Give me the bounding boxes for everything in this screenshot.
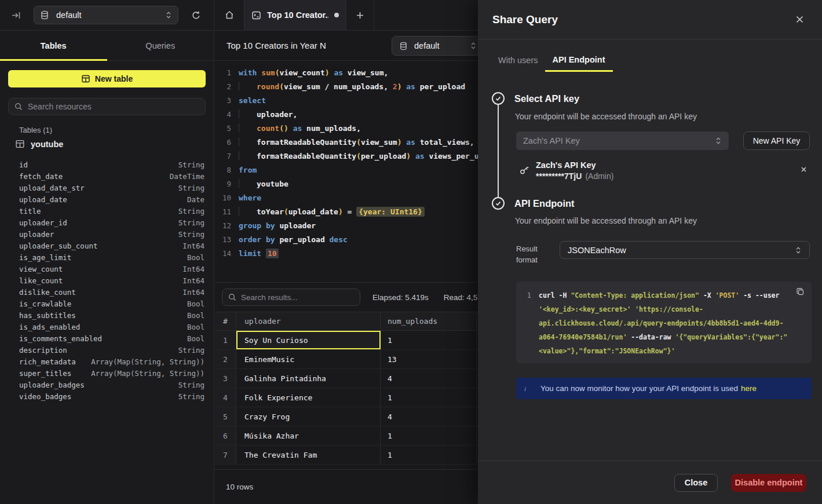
column-row: like_countInt64 xyxy=(0,275,214,286)
query-tab-label: Top 10 Creator... xyxy=(267,10,328,20)
monitor-info-banner: i You can now monitor how your your API … xyxy=(516,378,812,399)
collapse-sidebar-icon[interactable] xyxy=(8,8,23,23)
result-format-value: JSONEachRow xyxy=(568,246,795,255)
disable-endpoint-button[interactable]: Disable endpoint xyxy=(731,474,806,492)
column-list: idStringfetch_dateDateTimeupload_date_st… xyxy=(0,159,214,402)
column-row: idString xyxy=(0,159,214,170)
sidebar-database-value: default xyxy=(56,10,165,20)
column-row: dislike_countInt64 xyxy=(0,286,214,298)
column-row: has_subtitlesBool xyxy=(0,309,214,321)
editor-database-select[interactable]: default xyxy=(392,36,484,56)
column-row: rich_metadataArray(Map(String, String)) xyxy=(0,356,214,367)
query-tab[interactable]: Top 10 Creator... xyxy=(244,0,346,30)
column-row: titleString xyxy=(0,205,214,217)
column-row: super_titlesArray(Map(String, String)) xyxy=(0,367,214,379)
home-icon[interactable] xyxy=(215,0,244,30)
new-table-label: New table xyxy=(95,74,133,83)
modal-footer: Close Disable endpoint xyxy=(478,461,822,504)
column-row: uploader_badgesString xyxy=(0,379,214,390)
uploader-cell[interactable]: Crazy Frog xyxy=(236,407,381,426)
results-search-input[interactable] xyxy=(241,293,354,302)
uploader-cell[interactable]: Músika Azhar xyxy=(236,426,381,445)
api-key-meta: Zach's API Key *********7TjU(Admin) xyxy=(536,160,613,181)
col-header-index[interactable]: # xyxy=(215,312,236,330)
row-count: 10 rows xyxy=(226,483,253,491)
curl-line: 1curl -H "Content-Type: application/json… xyxy=(523,288,803,302)
unsaved-dot-icon xyxy=(334,13,339,17)
info-icon: i xyxy=(524,385,532,392)
column-row: is_crawlableBool xyxy=(0,298,214,309)
api-key-select-value: Zach's API Key xyxy=(523,136,715,145)
refresh-icon[interactable] xyxy=(188,7,204,23)
curl-line: a064-76940e7584b1/run' --data-raw '{"que… xyxy=(523,330,803,344)
sidebar-item-youtube[interactable]: youtube xyxy=(15,139,63,149)
column-row: is_comments_enabledBool xyxy=(0,333,214,344)
step1-check-icon xyxy=(492,92,505,105)
api-key-item: Zach's API Key *********7TjU(Admin) xyxy=(519,160,807,181)
sidebar-search-input[interactable] xyxy=(28,102,199,111)
query-stats: Elapsed: 5.419s Read: 4,5 xyxy=(372,293,477,302)
col-header-num-uploads[interactable]: num_uploads xyxy=(381,312,477,330)
uploader-cell[interactable]: EminemMusic xyxy=(236,350,381,368)
uploader-cell[interactable]: Galinha Pintadinha xyxy=(236,369,381,388)
results-search[interactable] xyxy=(222,288,360,306)
curl-lines: 1curl -H "Content-Type: application/json… xyxy=(523,288,803,358)
new-tab-button[interactable] xyxy=(346,0,374,30)
database-icon xyxy=(40,10,49,20)
tab-with-users[interactable]: With users xyxy=(497,56,539,72)
step2-heading: API Endpoint xyxy=(514,198,575,209)
editor-database-value: default xyxy=(414,41,470,50)
terminal-icon xyxy=(251,10,261,20)
close-icon[interactable] xyxy=(791,12,808,28)
modal-tabs: With users API Endpoint xyxy=(478,51,822,72)
column-row: uploader_sub_countInt64 xyxy=(0,240,214,251)
step1-subtitle: Your endpoint will be accessed through a… xyxy=(515,112,697,121)
column-row: is_ads_enabledBool xyxy=(0,321,214,333)
step2-subtitle: Your endpoint will be accessed through a… xyxy=(515,216,697,225)
chevron-updown-icon xyxy=(470,42,477,50)
key-icon xyxy=(519,165,530,176)
chevron-updown-icon xyxy=(165,11,172,19)
column-row: descriptionString xyxy=(0,344,214,356)
table-icon xyxy=(81,74,90,83)
banner-link[interactable]: here xyxy=(741,384,757,393)
column-row: view_countInt64 xyxy=(0,263,214,275)
curl-line: '<key_id>:<key_secret>' 'https://console… xyxy=(523,302,803,316)
tab-tables[interactable]: Tables xyxy=(0,31,107,60)
col-header-uploader[interactable]: uploader xyxy=(236,312,381,330)
curl-line: <value>"},"format":"JSONEachRow"}' xyxy=(523,344,803,358)
elapsed-stat: Elapsed: 5.419s xyxy=(372,293,429,302)
close-button[interactable]: Close xyxy=(674,474,718,492)
remove-key-icon[interactable] xyxy=(801,166,807,173)
column-row: uploader_idString xyxy=(0,217,214,228)
tab-queries[interactable]: Queries xyxy=(107,31,214,60)
new-api-key-button[interactable]: New API Key xyxy=(743,132,810,150)
sidebar-tabs: Tables Queries xyxy=(0,31,214,61)
copy-icon[interactable] xyxy=(796,287,805,296)
result-format-select[interactable]: JSONEachRow xyxy=(560,241,810,259)
curl-line: api.clickhouse.cloud/.api/query-endpoint… xyxy=(523,316,803,330)
curl-snippet: 1curl -H "Content-Type: application/json… xyxy=(516,282,812,363)
chevron-updown-icon xyxy=(795,246,802,254)
share-query-modal: Share Query With users API Endpoint Sele… xyxy=(478,0,822,504)
column-row: video_badgesString xyxy=(0,390,214,402)
modal-header: Share Query xyxy=(478,0,822,39)
api-key-name: Zach's API Key xyxy=(536,160,613,170)
sidebar-database-select[interactable]: default xyxy=(34,6,178,24)
api-key-masked: *********7TjU(Admin) xyxy=(536,171,613,181)
sidebar: default Tables Queries New table Tables … xyxy=(0,0,214,504)
column-row: uploaderString xyxy=(0,228,214,240)
column-row: fetch_dateDateTime xyxy=(0,170,214,182)
table-icon xyxy=(15,139,25,149)
banner-text: You can now monitor how your your API en… xyxy=(540,384,738,393)
uploader-cell[interactable]: The Crevatin Fam xyxy=(236,445,381,464)
table-name: youtube xyxy=(31,140,63,149)
uploader-cell[interactable]: Folk Experience xyxy=(236,388,381,407)
api-key-select[interactable]: Zach's API Key xyxy=(516,132,729,150)
sidebar-search[interactable] xyxy=(8,98,206,115)
chevron-updown-icon xyxy=(715,137,722,145)
new-table-button[interactable]: New table xyxy=(8,70,206,87)
uploader-cell[interactable]: Soy Un Curioso xyxy=(236,331,381,349)
modal-title: Share Query xyxy=(492,13,558,26)
tab-api-endpoint[interactable]: API Endpoint xyxy=(545,55,613,72)
